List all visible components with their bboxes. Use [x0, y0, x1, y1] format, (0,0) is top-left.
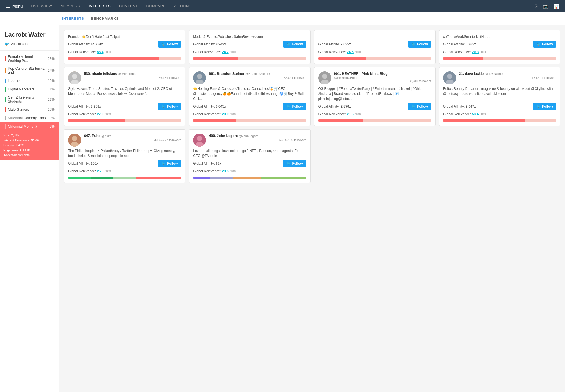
- follow-button[interactable]: 🐦 Follow: [408, 41, 431, 48]
- follow-label: Follow: [167, 162, 178, 165]
- bar-segment: [91, 177, 113, 179]
- card-user-meta: 21. dave lackie @davelackie 174,401 foll…: [459, 71, 556, 79]
- affinity-label: Global Affinity: 14,254x: [68, 42, 103, 46]
- relevance-max: /100: [230, 50, 236, 54]
- relevance-label: Global Relevance:: [318, 112, 346, 116]
- relevance-label: Global Relevance:: [68, 50, 96, 54]
- twitter-bird-icon: 🐦: [412, 42, 416, 46]
- progress-bar: [193, 119, 306, 122]
- nav-interests[interactable]: INTERESTS: [89, 0, 111, 13]
- affinity-row: Global Affinity: 8,242x 🐦 Follow: [193, 41, 306, 48]
- relevance-row: Global Relevance: 28.5 /100: [193, 169, 306, 173]
- follow-label: Follow: [292, 104, 303, 108]
- progress-fill: [443, 119, 525, 122]
- avatar: [443, 71, 456, 84]
- followers-count: 174,401 followers: [459, 76, 556, 79]
- sidebar-item-male-gamers[interactable]: Male Gamers 10%: [0, 105, 59, 114]
- relevance-label: Global Relevance:: [193, 169, 221, 173]
- subnav-benchmarks[interactable]: BENCHMARKS: [91, 12, 119, 25]
- cluster-pct: 10%: [48, 116, 55, 120]
- progress-bar: [193, 57, 306, 60]
- follow-button[interactable]: 🐦 Follow: [408, 103, 431, 110]
- follow-button[interactable]: 🐦 Follow: [533, 103, 556, 110]
- sub-navigation: INTERESTS BENCHMARKS: [0, 12, 565, 25]
- relevance-label: Global Relevance:: [68, 169, 96, 173]
- main-content: Founder 👋Don't Hate Just Tailgat... Glob…: [59, 25, 565, 392]
- camera-icon[interactable]: 📷: [543, 4, 549, 9]
- affinity-row: Global Affinity: 6,365x 🐦 Follow: [443, 41, 556, 48]
- sidebar-item-genz[interactable]: Gen Z University Students 11%: [0, 93, 59, 105]
- affinity-row: Global Affinity: 3,045x 🐦 Follow: [193, 103, 306, 110]
- nav-members[interactable]: MEMBERS: [60, 0, 80, 13]
- affinity-label: Global Affinity: 7,035x: [318, 42, 351, 46]
- nav-actions[interactable]: ACTIONS: [174, 0, 191, 13]
- card-brandon-steiner: 961. Brandon Steiner @BrandonSteiner 52,…: [189, 67, 310, 126]
- relevance-row: Global Relevance: 24.2 /100: [193, 50, 306, 54]
- progress-fill: [68, 119, 125, 122]
- progress-fill: [443, 57, 483, 60]
- follow-label: Follow: [167, 104, 178, 108]
- relevance-value: 24.2: [222, 50, 228, 54]
- svg-point-10: [447, 74, 452, 79]
- cluster-pct: 10%: [48, 108, 55, 112]
- followers-count: 52,641 followers: [209, 76, 306, 79]
- share-icon[interactable]: ⎘: [535, 4, 538, 9]
- nav-overview[interactable]: OVERVIEW: [31, 0, 52, 13]
- card-bio: Editor, Beauty Departure magazine & beau…: [443, 86, 556, 101]
- color-bar: [5, 116, 6, 120]
- card-top-section: 901. HEATHER | Pink Ninja Blog @PinkNinj…: [318, 71, 431, 84]
- affinity-row: Global Affinity: 3,258x 🐦 Follow: [68, 103, 181, 110]
- relevance-row: Global Relevance: 53.4 /100: [443, 112, 556, 116]
- svg-point-13: [72, 136, 77, 141]
- card-dave-lackie: 21. dave lackie @davelackie 174,401 foll…: [439, 67, 560, 126]
- color-bar: [5, 124, 6, 129]
- follow-button[interactable]: 🐦 Follow: [158, 103, 181, 110]
- follow-button[interactable]: 🐦 Follow: [158, 160, 181, 167]
- twitter-bird-icon: 🐦: [287, 42, 291, 46]
- follow-button[interactable]: 🐦 Follow: [283, 41, 306, 48]
- follow-button[interactable]: 🐦 Follow: [158, 41, 181, 48]
- affinity-label: Global Affinity: 3,045x: [193, 104, 226, 108]
- sidebar-item-millennial-moms[interactable]: Millennial Moms ⚙ 9%: [0, 122, 59, 131]
- card-top-section: 490. John Legere @JohnLegere 5,686,439 f…: [193, 134, 306, 147]
- menu-button[interactable]: Menu: [6, 4, 23, 8]
- sidebar-item-liberals[interactable]: Liberals 12%: [0, 77, 59, 85]
- card-top-section: 530. nicole feliciano @Momtrends 66,384 …: [68, 71, 181, 84]
- card-user-meta: 530. nicole feliciano @Momtrends 66,384 …: [84, 71, 181, 79]
- relevance-row: Global Relevance: 21.6 /100: [318, 112, 431, 116]
- card-rank-name: 490. John Legere: [209, 134, 238, 138]
- menu-label: Menu: [12, 4, 23, 8]
- sidebar-item-pop-culture[interactable]: Pop Culture, Starbucks, and T... 14%: [0, 65, 59, 77]
- chart-icon[interactable]: 📊: [554, 4, 559, 9]
- relevance-max: /100: [105, 50, 111, 54]
- follow-button[interactable]: 🐦 Follow: [283, 160, 306, 167]
- affinity-label: Global Affinity: 2,870x: [318, 104, 351, 108]
- nav-content[interactable]: CONTENT: [119, 0, 138, 13]
- hamburger-icon: [6, 5, 10, 8]
- sidebar-item-digital-marketers[interactable]: Digital Marketers 11%: [0, 85, 59, 93]
- nav-compare[interactable]: COMPARE: [146, 0, 165, 13]
- relevance-value: 24.6: [347, 50, 354, 54]
- follow-button[interactable]: 🐦 Follow: [283, 103, 306, 110]
- sidebar-item-female-millennial[interactable]: Female Millennial Working Pr... 23%: [0, 53, 59, 65]
- gear-icon: ⚙: [34, 125, 37, 129]
- twitter-bird-icon: 🐦: [161, 104, 166, 108]
- progress-bar: [68, 57, 181, 60]
- color-bar: [5, 68, 6, 73]
- card-2: Media & Events.Publisher: SahmReviews.co…: [189, 30, 310, 64]
- svg-point-4: [197, 74, 202, 79]
- card-handle: @PinkNinjaBlogg: [334, 76, 431, 79]
- card-top-section: 21. dave lackie @davelackie 174,401 foll…: [443, 71, 556, 84]
- top-navigation: Menu OVERVIEW MEMBERS INTERESTS CONTENT …: [0, 0, 565, 12]
- card-header-top: 530. nicole feliciano @Momtrends: [84, 71, 181, 76]
- subnav-interests[interactable]: INTERESTS: [62, 12, 84, 25]
- affinity-label: Global Affinity: 69x: [193, 162, 221, 165]
- bar-segment: [136, 177, 181, 179]
- relevance-label: Global Relevance:: [193, 112, 221, 116]
- bar-segment: [193, 177, 210, 179]
- card-handle: @JohnLegere: [239, 134, 258, 138]
- follow-button[interactable]: 🐦 Follow: [533, 41, 556, 48]
- affinity-row: Global Affinity: 100x 🐦 Follow: [68, 160, 181, 167]
- card-bio: [318, 34, 431, 39]
- sidebar-item-comedy-fans[interactable]: Millennial Comedy Fans 10%: [0, 114, 59, 122]
